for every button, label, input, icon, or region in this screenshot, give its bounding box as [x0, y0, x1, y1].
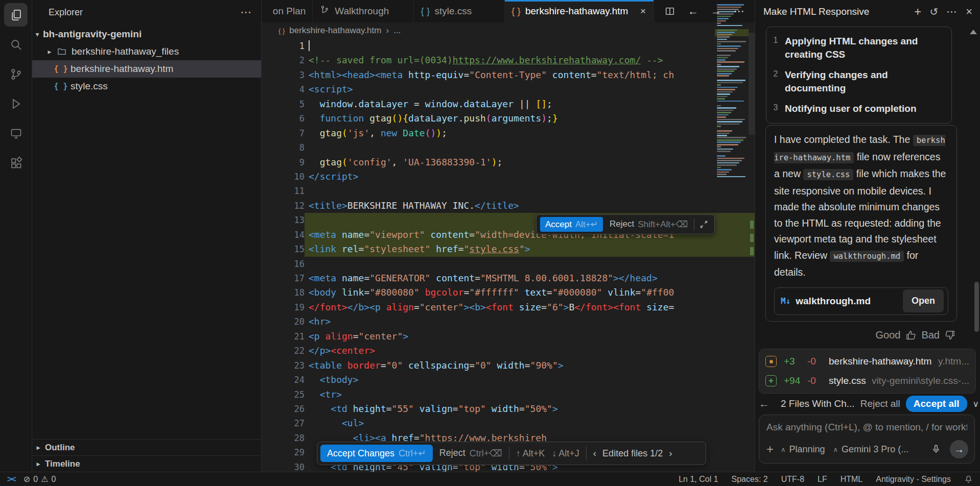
status-item-html[interactable]: HTML	[841, 475, 863, 484]
status-item-spaces-2[interactable]: Spaces: 2	[732, 475, 768, 484]
next-diff-shortcut[interactable]: ↓ Alt+J	[552, 448, 579, 459]
diff-nav-shortcuts[interactable]: ↑ Alt+K ↓ Alt+J	[516, 448, 579, 459]
thumbs-up-icon[interactable]	[905, 329, 917, 341]
back-icon[interactable]: ←	[688, 5, 698, 17]
code-line-3[interactable]: 3<html><head><meta http-equiv="Content-T…	[261, 68, 755, 82]
problems-indicator[interactable]: ⊘ 0 ⚠ 0	[24, 474, 56, 484]
source-control-activity-button[interactable]	[0, 59, 32, 89]
tree-item-bh-antigravity-gemini[interactable]: ▾bh-antigravity-gemini	[32, 26, 261, 43]
minimap[interactable]	[715, 1, 749, 472]
prev-change-icon[interactable]: ←	[759, 398, 769, 410]
code-line-17[interactable]: 17<meta name="GENERATOR" content="MSHTML…	[261, 271, 755, 285]
panel-more-icon[interactable]: ⋯	[946, 6, 958, 18]
status-item-ln-1-col-1[interactable]: Ln 1, Col 1	[679, 475, 718, 484]
task-number: 3	[766, 102, 785, 115]
tree-item-berkshire-hathaway.htm[interactable]: { }berkshire-hathaway.htm	[32, 60, 261, 78]
explorer-more-icon[interactable]: ⋯	[240, 6, 252, 19]
prev-file-icon[interactable]: ‹	[593, 448, 596, 459]
reject-all-button[interactable]: Reject all	[860, 398, 900, 409]
run-debug-activity-button[interactable]	[0, 89, 32, 118]
next-file-icon[interactable]: ›	[669, 448, 672, 459]
code-line-19[interactable]: 19</font></b><p align="center"><b><font …	[261, 300, 755, 314]
accept-changes-button[interactable]: Accept Changes Ctrl+↵	[320, 445, 433, 462]
files-activity-button[interactable]	[0, 0, 32, 30]
code-line-4[interactable]: 4<script>	[261, 82, 755, 96]
changed-file-row[interactable]: +3-0berkshire-hathaway.htm...away.htm	[765, 352, 969, 371]
tab-style.css[interactable]: { }style.css	[414, 0, 505, 22]
tab-on-plan[interactable]: on Plan	[261, 0, 313, 22]
attach-icon[interactable]: +	[766, 442, 774, 456]
sidebar-section-timeline[interactable]: ▸Timeline	[32, 455, 261, 472]
code-line-20[interactable]: 20<hr>	[261, 314, 755, 329]
extensions-activity-button[interactable]	[0, 148, 32, 178]
tree-item-label: style.css	[71, 81, 108, 92]
accept-all-button[interactable]: Accept all	[906, 396, 967, 412]
code-line-22[interactable]: 22</p><center>	[261, 344, 755, 358]
tree-item-style.css[interactable]: { }style.css	[32, 78, 261, 95]
walkthrough-file-card[interactable]: M↓ walkthrough.md Open	[774, 287, 948, 315]
mode-selector[interactable]: ∧ Planning	[781, 444, 825, 455]
send-button[interactable]: →	[950, 440, 968, 458]
sidebar-section-outline[interactable]: ▸Outline	[32, 439, 261, 455]
reject-button[interactable]: Reject Shift+Alt+⌫	[604, 219, 693, 230]
code-line-7[interactable]: 7 gtag('js', new Date());	[261, 126, 755, 140]
close-tab-icon[interactable]: ×	[639, 6, 647, 17]
code-line-2[interactable]: 2<!-- saved from url=(0034)https://www.b…	[261, 53, 755, 67]
model-selector[interactable]: ∧ Gemini 3 Pro (...	[833, 444, 909, 455]
remote-indicator[interactable]: ><	[7, 474, 15, 484]
remote-explorer-activity-button[interactable]	[0, 118, 32, 148]
changed-file-row[interactable]: ++94-0style.css...-antigravity-gemini\st…	[765, 371, 969, 391]
minimap-line	[717, 50, 736, 52]
task-item-2[interactable]: 2Verifying changes and documenting	[766, 65, 946, 99]
breadcrumb-more[interactable]: ...	[393, 26, 401, 36]
new-conversation-icon[interactable]: +	[914, 7, 921, 17]
tab-walkthrough[interactable]: Walkthrough	[313, 0, 414, 22]
minimap-line	[717, 87, 738, 88]
open-walkthrough-button[interactable]: Open	[903, 289, 944, 313]
code-line-12[interactable]: 12<title>BERKSHIRE HATHAWAY INC.</title>	[261, 199, 755, 213]
split-editor-icon[interactable]	[664, 6, 675, 17]
tree-item-berkshire-hathaway_files[interactable]: ▸berkshire-hathaway_files	[32, 43, 261, 60]
code-area[interactable]: 12<!-- saved from url=(0034)https://www.…	[261, 39, 755, 472]
status-item-lf[interactable]: LF	[818, 475, 827, 484]
expand-diff-icon[interactable]	[695, 220, 712, 229]
breadcrumb-file[interactable]: berkshire-hathaway.htm	[289, 26, 381, 36]
reject-changes-button[interactable]: Reject Ctrl+⌫	[439, 448, 502, 459]
tab-berkshire-hathaway.htm[interactable]: { }berkshire-hathaway.htm×	[505, 0, 654, 22]
editor-scrollbar[interactable]	[749, 33, 755, 135]
code-line-25[interactable]: 25 <tr>	[261, 387, 755, 402]
code-line-26[interactable]: 26 <td height="55" valign="top" width="5…	[261, 402, 755, 416]
search-activity-button[interactable]	[0, 30, 32, 59]
close-panel-icon[interactable]: ×	[966, 5, 972, 18]
panel-scrollbar[interactable]	[974, 282, 979, 332]
code-line-18[interactable]: 18<body link="#800080" bgcolor="#ffffff"…	[261, 285, 755, 300]
thumbs-down-icon[interactable]	[944, 329, 956, 341]
code-line-27[interactable]: 27 <ul>	[261, 416, 755, 430]
chat-input-box[interactable]: Ask anything (Ctrl+L), @ to mention, / f…	[759, 415, 975, 464]
code-line-23[interactable]: 23<table border="0" cellspacing="0" widt…	[261, 358, 755, 373]
code-line-16[interactable]: 16	[261, 257, 755, 271]
task-item-3[interactable]: 3Notifying user of completion	[766, 99, 946, 119]
code-line-10[interactable]: 10</script>	[261, 169, 755, 184]
line-number: 25	[261, 387, 305, 402]
code-line-24[interactable]: 24 <tbody>	[261, 373, 755, 387]
status-item-utf-8[interactable]: UTF-8	[781, 475, 804, 484]
code-line-15[interactable]: 15<link rel="stylesheet" href="style.css…	[261, 242, 755, 256]
status-item-antigravity-settings[interactable]: Antigravity - Settings	[876, 475, 951, 484]
code-line-9[interactable]: 9 gtag('config', 'UA-136883390-1');	[261, 155, 755, 169]
history-icon[interactable]: ↺	[929, 6, 938, 18]
task-item-1[interactable]: 1Applying HTML changes and creating CSS	[766, 31, 946, 65]
scroll-up-arrow-icon[interactable]	[970, 30, 977, 34]
notifications-bell-icon[interactable]	[964, 475, 973, 483]
expand-changes-icon[interactable]: ∨	[973, 399, 979, 409]
code-line-6[interactable]: 6 function gtag(){dataLayer.push(argumen…	[261, 111, 755, 126]
code-line-21[interactable]: 21<p align="center">	[261, 329, 755, 344]
accept-button[interactable]: Accept Alt+↵	[540, 217, 603, 232]
microphone-icon[interactable]	[930, 444, 942, 455]
chat-input-placeholder[interactable]: Ask anything (Ctrl+L), @ to mention, / f…	[766, 422, 967, 433]
code-line-1[interactable]: 1	[261, 39, 755, 53]
code-line-8[interactable]: 8	[261, 140, 755, 155]
code-line-5[interactable]: 5 window.dataLayer = window.dataLayer ||…	[261, 97, 755, 111]
prev-diff-shortcut[interactable]: ↑ Alt+K	[516, 448, 545, 459]
code-line-11[interactable]: 11	[261, 184, 755, 198]
